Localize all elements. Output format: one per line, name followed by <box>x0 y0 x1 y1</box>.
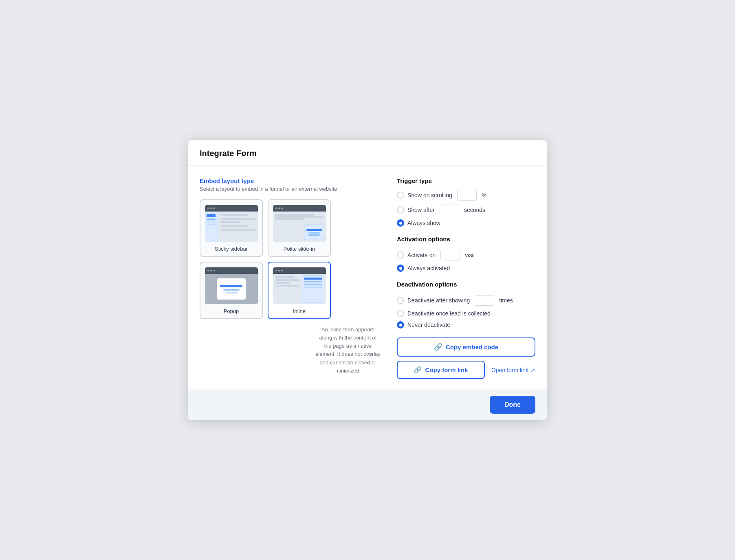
inline-description: An inline form appears along with the co… <box>315 326 381 375</box>
radio-always-show[interactable] <box>397 219 404 227</box>
done-button[interactable]: Done <box>490 396 535 414</box>
deactivation-after-showing: Deactivate after showing times <box>397 295 535 306</box>
browser-dot <box>213 270 215 271</box>
browser-dot <box>210 270 212 271</box>
inline-form-block <box>304 284 322 285</box>
inline-left <box>273 274 302 304</box>
browser-dot <box>275 207 277 209</box>
copy-form-link-label: Copy form link <box>425 366 468 373</box>
activate-on-visit-input[interactable] <box>440 250 460 260</box>
deactivate-once-lead-label: Deactivate once lead is collected <box>407 310 491 317</box>
popup-overlay <box>205 274 258 304</box>
popup-block <box>220 285 242 287</box>
deactivation-never: Never deactivate <box>397 321 535 329</box>
browser-dot <box>210 207 212 209</box>
radio-activate-on[interactable] <box>397 251 404 259</box>
preview-line <box>275 282 290 284</box>
open-form-link-label: Open form link <box>491 367 528 373</box>
page-lines <box>275 214 323 220</box>
browser-content <box>273 274 326 304</box>
slide-block <box>308 234 320 236</box>
inline-content <box>273 274 326 304</box>
activation-always-activated: Always activated <box>397 265 535 272</box>
sidebar-block <box>207 218 216 220</box>
layout-preview-polite <box>273 205 326 242</box>
inline-form-block <box>304 278 322 280</box>
trigger-show-on-scrolling-label: Show on scrolling <box>407 192 452 198</box>
layout-card-inline[interactable]: Inline <box>268 262 331 319</box>
link-icon: 🔗 <box>414 366 422 374</box>
modal-header: Integrate Form <box>188 140 547 166</box>
slide-in-box <box>304 225 324 240</box>
trigger-type-title: Trigger type <box>397 177 535 184</box>
right-panel: Trigger type Show on scrolling % Show af… <box>397 177 535 379</box>
sidebar-block <box>207 222 216 223</box>
browser-bar <box>273 205 326 212</box>
layout-preview-popup <box>205 267 258 304</box>
slide-block <box>308 232 320 234</box>
modal-title: Integrate Form <box>200 149 535 158</box>
trigger-radio-group: Show on scrolling % Show after seconds A… <box>397 190 535 227</box>
radio-deactivate-after[interactable] <box>397 297 404 304</box>
browser-bar <box>205 267 258 274</box>
preview-line <box>220 218 255 220</box>
scrolling-percent-input[interactable] <box>457 190 477 201</box>
popup-block <box>225 292 238 293</box>
show-after-seconds-input[interactable] <box>440 205 459 215</box>
sidebar-block <box>207 214 216 217</box>
preview-line <box>220 214 249 216</box>
layout-preview-sticky <box>205 205 258 242</box>
layout-card-label-inline: Inline <box>293 308 306 314</box>
layout-card-label-polite: Polite slide-in <box>284 246 315 252</box>
deactivation-options-title: Deactivation options <box>397 281 535 288</box>
browser-dot <box>213 207 215 209</box>
preview-line <box>275 279 299 281</box>
browser-content <box>205 212 258 242</box>
layout-card-polite-slide-in[interactable]: Polite slide-in <box>268 199 331 257</box>
browser-dot <box>281 270 283 271</box>
page-lines <box>220 214 255 231</box>
inline-form-block <box>304 281 322 282</box>
deactivate-after-label: Deactivate after showing <box>407 297 470 304</box>
popup-box <box>217 278 246 300</box>
deactivate-after-times-input[interactable] <box>475 295 494 306</box>
radio-show-after[interactable] <box>397 206 404 214</box>
integrate-form-modal: Integrate Form Embed layout type Select … <box>188 140 547 420</box>
browser-bar <box>273 267 326 274</box>
open-form-link-button[interactable]: Open form link ↗ <box>485 362 535 378</box>
activate-on-visit-suffix: visit <box>465 252 475 258</box>
browser-dot <box>207 270 209 271</box>
activation-activate-on: Activate on visit <box>397 250 535 260</box>
form-link-row: 🔗 Copy form link Open form link ↗ <box>397 361 535 379</box>
modal-footer: Done <box>188 389 547 420</box>
popup-block <box>223 289 240 291</box>
trigger-always-show: Always show <box>397 219 535 227</box>
preview-line <box>220 229 255 231</box>
copy-embed-code-button[interactable]: 🔗 Copy embed code <box>397 337 535 357</box>
always-activated-label: Always activated <box>407 265 450 271</box>
browser-content <box>273 212 326 242</box>
embed-layout-title: Embed layout type <box>200 177 381 184</box>
radio-show-on-scrolling[interactable] <box>397 192 404 199</box>
radio-always-activated[interactable] <box>397 265 404 272</box>
browser-dot <box>281 207 283 209</box>
layout-card-sticky-sidebar[interactable]: Sticky sidebar <box>200 199 263 257</box>
copy-form-link-button[interactable]: 🔗 Copy form link <box>397 361 485 379</box>
copy-embed-code-label: Copy embed code <box>446 344 498 351</box>
sidebar-block <box>207 224 216 225</box>
preview-line <box>275 276 295 278</box>
radio-never-deactivate[interactable] <box>397 321 404 329</box>
scrolling-percent-suffix: % <box>482 192 486 198</box>
activation-options-title: Activation options <box>397 236 535 243</box>
embed-code-icon: 🔗 <box>434 343 442 351</box>
layout-card-popup[interactable]: Popup <box>200 262 263 319</box>
inline-form <box>302 276 324 302</box>
preview-line <box>275 285 299 287</box>
inline-form-block <box>304 287 322 288</box>
radio-deactivate-once-lead[interactable] <box>397 310 404 317</box>
layout-options: Sticky sidebar <box>200 199 381 319</box>
embed-layout-subtitle: Select a layout to embed in a funnel or … <box>200 186 381 192</box>
sidebar-strip <box>205 212 218 242</box>
layout-card-label-sticky: Sticky sidebar <box>215 246 248 252</box>
browser-content <box>205 274 258 304</box>
